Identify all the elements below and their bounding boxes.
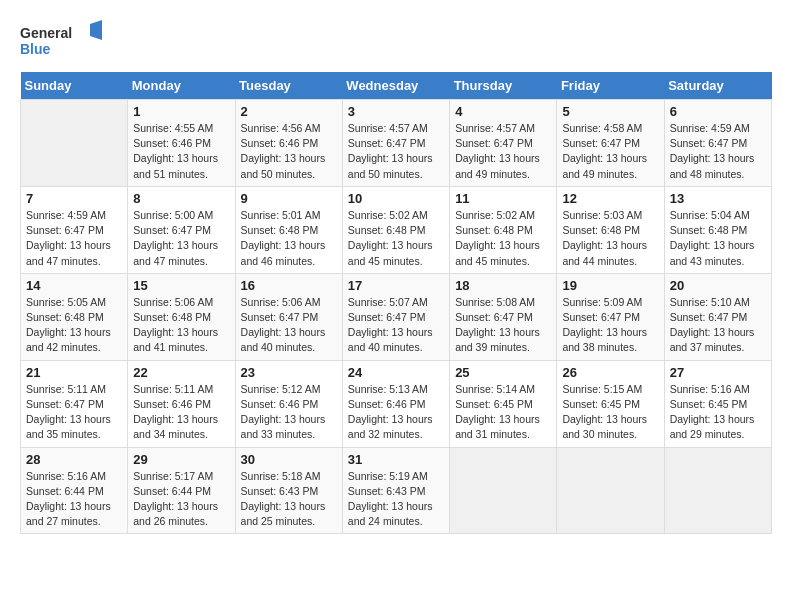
day-info: Sunrise: 5:12 AM Sunset: 6:46 PM Dayligh… [241,382,337,443]
calendar-cell: 22Sunrise: 5:11 AM Sunset: 6:46 PM Dayli… [128,360,235,447]
calendar-cell: 26Sunrise: 5:15 AM Sunset: 6:45 PM Dayli… [557,360,664,447]
calendar-cell [450,447,557,534]
day-info: Sunrise: 4:56 AM Sunset: 6:46 PM Dayligh… [241,121,337,182]
day-number: 26 [562,365,658,380]
calendar-header: SundayMondayTuesdayWednesdayThursdayFrid… [21,72,772,100]
day-info: Sunrise: 5:02 AM Sunset: 6:48 PM Dayligh… [348,208,444,269]
day-number: 10 [348,191,444,206]
day-number: 15 [133,278,229,293]
day-info: Sunrise: 5:18 AM Sunset: 6:43 PM Dayligh… [241,469,337,530]
day-number: 23 [241,365,337,380]
calendar-cell: 4Sunrise: 4:57 AM Sunset: 6:47 PM Daylig… [450,100,557,187]
weekday-header: Friday [557,72,664,100]
calendar-cell: 19Sunrise: 5:09 AM Sunset: 6:47 PM Dayli… [557,273,664,360]
day-info: Sunrise: 5:11 AM Sunset: 6:47 PM Dayligh… [26,382,122,443]
page-header: GeneralBlue [20,20,772,62]
logo-svg: GeneralBlue [20,20,110,62]
day-info: Sunrise: 5:07 AM Sunset: 6:47 PM Dayligh… [348,295,444,356]
day-number: 24 [348,365,444,380]
day-info: Sunrise: 5:05 AM Sunset: 6:48 PM Dayligh… [26,295,122,356]
day-number: 14 [26,278,122,293]
day-info: Sunrise: 5:10 AM Sunset: 6:47 PM Dayligh… [670,295,766,356]
day-info: Sunrise: 5:06 AM Sunset: 6:47 PM Dayligh… [241,295,337,356]
day-number: 17 [348,278,444,293]
calendar-cell: 3Sunrise: 4:57 AM Sunset: 6:47 PM Daylig… [342,100,449,187]
day-info: Sunrise: 4:57 AM Sunset: 6:47 PM Dayligh… [348,121,444,182]
day-info: Sunrise: 5:06 AM Sunset: 6:48 PM Dayligh… [133,295,229,356]
calendar-cell: 10Sunrise: 5:02 AM Sunset: 6:48 PM Dayli… [342,186,449,273]
svg-text:General: General [20,25,72,41]
day-number: 4 [455,104,551,119]
day-number: 7 [26,191,122,206]
day-info: Sunrise: 5:14 AM Sunset: 6:45 PM Dayligh… [455,382,551,443]
day-info: Sunrise: 5:01 AM Sunset: 6:48 PM Dayligh… [241,208,337,269]
svg-text:Blue: Blue [20,41,51,57]
calendar-cell: 14Sunrise: 5:05 AM Sunset: 6:48 PM Dayli… [21,273,128,360]
calendar-week-row: 14Sunrise: 5:05 AM Sunset: 6:48 PM Dayli… [21,273,772,360]
calendar-cell: 25Sunrise: 5:14 AM Sunset: 6:45 PM Dayli… [450,360,557,447]
weekday-header: Tuesday [235,72,342,100]
day-info: Sunrise: 5:09 AM Sunset: 6:47 PM Dayligh… [562,295,658,356]
day-info: Sunrise: 4:55 AM Sunset: 6:46 PM Dayligh… [133,121,229,182]
day-info: Sunrise: 5:11 AM Sunset: 6:46 PM Dayligh… [133,382,229,443]
calendar-cell: 24Sunrise: 5:13 AM Sunset: 6:46 PM Dayli… [342,360,449,447]
day-number: 20 [670,278,766,293]
calendar-week-row: 28Sunrise: 5:16 AM Sunset: 6:44 PM Dayli… [21,447,772,534]
weekday-row: SundayMondayTuesdayWednesdayThursdayFrid… [21,72,772,100]
calendar-cell [557,447,664,534]
calendar-cell: 18Sunrise: 5:08 AM Sunset: 6:47 PM Dayli… [450,273,557,360]
weekday-header: Wednesday [342,72,449,100]
day-info: Sunrise: 4:59 AM Sunset: 6:47 PM Dayligh… [670,121,766,182]
calendar-cell: 13Sunrise: 5:04 AM Sunset: 6:48 PM Dayli… [664,186,771,273]
calendar-cell: 9Sunrise: 5:01 AM Sunset: 6:48 PM Daylig… [235,186,342,273]
day-number: 12 [562,191,658,206]
day-number: 13 [670,191,766,206]
calendar-cell: 7Sunrise: 4:59 AM Sunset: 6:47 PM Daylig… [21,186,128,273]
calendar-week-row: 7Sunrise: 4:59 AM Sunset: 6:47 PM Daylig… [21,186,772,273]
calendar-cell: 2Sunrise: 4:56 AM Sunset: 6:46 PM Daylig… [235,100,342,187]
day-info: Sunrise: 5:08 AM Sunset: 6:47 PM Dayligh… [455,295,551,356]
day-number: 6 [670,104,766,119]
calendar-cell: 30Sunrise: 5:18 AM Sunset: 6:43 PM Dayli… [235,447,342,534]
calendar-table: SundayMondayTuesdayWednesdayThursdayFrid… [20,72,772,534]
calendar-cell: 17Sunrise: 5:07 AM Sunset: 6:47 PM Dayli… [342,273,449,360]
weekday-header: Saturday [664,72,771,100]
calendar-week-row: 1Sunrise: 4:55 AM Sunset: 6:46 PM Daylig… [21,100,772,187]
calendar-cell [21,100,128,187]
day-info: Sunrise: 5:04 AM Sunset: 6:48 PM Dayligh… [670,208,766,269]
day-info: Sunrise: 5:17 AM Sunset: 6:44 PM Dayligh… [133,469,229,530]
calendar-week-row: 21Sunrise: 5:11 AM Sunset: 6:47 PM Dayli… [21,360,772,447]
calendar-cell: 27Sunrise: 5:16 AM Sunset: 6:45 PM Dayli… [664,360,771,447]
day-number: 18 [455,278,551,293]
day-number: 2 [241,104,337,119]
day-number: 3 [348,104,444,119]
day-number: 11 [455,191,551,206]
day-number: 30 [241,452,337,467]
day-number: 22 [133,365,229,380]
day-info: Sunrise: 5:00 AM Sunset: 6:47 PM Dayligh… [133,208,229,269]
day-number: 5 [562,104,658,119]
calendar-cell [664,447,771,534]
calendar-cell: 12Sunrise: 5:03 AM Sunset: 6:48 PM Dayli… [557,186,664,273]
day-number: 21 [26,365,122,380]
day-number: 25 [455,365,551,380]
calendar-cell: 28Sunrise: 5:16 AM Sunset: 6:44 PM Dayli… [21,447,128,534]
day-info: Sunrise: 5:03 AM Sunset: 6:48 PM Dayligh… [562,208,658,269]
day-number: 19 [562,278,658,293]
day-number: 31 [348,452,444,467]
day-info: Sunrise: 5:19 AM Sunset: 6:43 PM Dayligh… [348,469,444,530]
day-info: Sunrise: 4:58 AM Sunset: 6:47 PM Dayligh… [562,121,658,182]
day-number: 27 [670,365,766,380]
svg-marker-2 [90,20,102,40]
day-info: Sunrise: 5:15 AM Sunset: 6:45 PM Dayligh… [562,382,658,443]
calendar-cell: 6Sunrise: 4:59 AM Sunset: 6:47 PM Daylig… [664,100,771,187]
day-info: Sunrise: 4:59 AM Sunset: 6:47 PM Dayligh… [26,208,122,269]
weekday-header: Sunday [21,72,128,100]
calendar-cell: 23Sunrise: 5:12 AM Sunset: 6:46 PM Dayli… [235,360,342,447]
day-number: 29 [133,452,229,467]
calendar-cell: 11Sunrise: 5:02 AM Sunset: 6:48 PM Dayli… [450,186,557,273]
day-number: 8 [133,191,229,206]
day-info: Sunrise: 4:57 AM Sunset: 6:47 PM Dayligh… [455,121,551,182]
day-number: 28 [26,452,122,467]
day-info: Sunrise: 5:16 AM Sunset: 6:45 PM Dayligh… [670,382,766,443]
